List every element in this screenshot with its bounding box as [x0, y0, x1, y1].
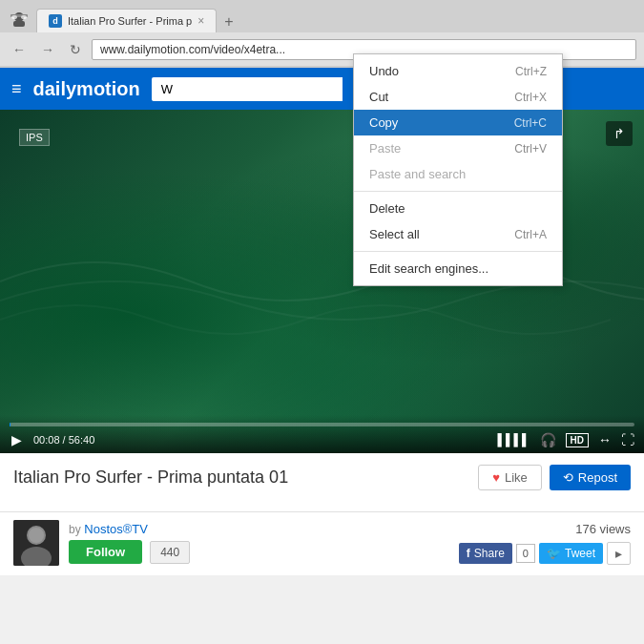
menu-item-undo[interactable]: UndoCtrl+Z	[354, 58, 562, 84]
action-buttons: ♥ Like ⟲ Repost	[478, 465, 631, 490]
menu-item-paste-search: Paste and search	[354, 161, 562, 187]
browser-tab-active[interactable]: d Italian Pro Surfer - Prima p ×	[36, 9, 217, 32]
browser-icon	[6, 6, 32, 32]
search-form	[152, 77, 381, 101]
views-count: 176 views	[575, 522, 631, 536]
channel-by-label: by Nostos®TV	[69, 522, 449, 536]
menu-shortcut-copy: Ctrl+C	[514, 116, 547, 130]
menu-item-label-paste: Paste	[369, 141, 401, 156]
context-menu: UndoCtrl+ZCutCtrl+XCopyCtrl+CPasteCtrl+V…	[353, 53, 563, 286]
tab-title: Italian Pro Surfer - Prima p	[68, 15, 192, 27]
channel-details: by Nostos®TV Follow 440	[69, 522, 449, 564]
resize-button[interactable]: ↔	[596, 432, 613, 447]
menu-item-label-select-all: Select all	[369, 227, 420, 241]
follow-button[interactable]: Follow	[69, 540, 142, 564]
channel-right: 176 views f Share 0 🐦 Tweet ▸	[459, 522, 631, 565]
menu-item-paste: PasteCtrl+V	[354, 135, 562, 161]
progress-fill	[10, 423, 10, 426]
site-logo: dailymotion	[33, 78, 140, 100]
menu-item-label-cut: Cut	[369, 90, 388, 104]
facebook-share-button[interactable]: f Share	[459, 543, 512, 564]
menu-shortcut-paste: Ctrl+V	[514, 142, 547, 156]
video-title-row: Italian Pro Surfer - Prima puntata 01 ♥ …	[13, 465, 631, 490]
menu-separator-5	[354, 191, 562, 192]
channel-avatar	[13, 520, 59, 566]
facebook-icon: f	[467, 547, 470, 560]
hd-badge: HD	[566, 433, 589, 447]
video-info-section: Italian Pro Surfer - Prima puntata 01 ♥ …	[0, 453, 644, 512]
follower-count: 440	[150, 541, 190, 564]
video-share-button[interactable]: ↱	[606, 121, 633, 146]
video-controls: ▶ 00:08 / 56:40 ▌▌▌▌ 🎧 HD ↔ ⛶	[0, 415, 644, 453]
menu-separator-engines	[354, 251, 562, 252]
back-button[interactable]: ←	[8, 40, 31, 59]
menu-shortcut-undo: Ctrl+Z	[515, 65, 547, 78]
new-tab-button[interactable]: +	[217, 11, 240, 32]
menu-item-cut[interactable]: CutCtrl+X	[354, 84, 562, 110]
menu-item-label-edit-engines: Edit search engines...	[369, 261, 488, 276]
time-current: 00:08	[33, 434, 60, 446]
menu-shortcut-select-all: Ctrl+A	[514, 228, 547, 241]
menu-item-edit-engines[interactable]: Edit search engines...	[354, 256, 562, 281]
headphones-button[interactable]: 🎧	[538, 432, 558, 447]
video-title: Italian Pro Surfer - Prima puntata 01	[13, 467, 288, 488]
menu-item-copy[interactable]: CopyCtrl+C	[354, 110, 562, 135]
svg-point-8	[29, 528, 44, 543]
twitter-icon: 🐦	[547, 547, 561, 560]
fullscreen-button[interactable]: ⛶	[621, 432, 634, 447]
hamburger-menu[interactable]: ≡	[11, 79, 22, 99]
ips-watermark: IPS	[19, 129, 50, 146]
social-buttons: f Share 0 🐦 Tweet ▸	[459, 542, 631, 565]
signal-icon: ▌▌▌▌	[498, 433, 530, 447]
svg-rect-1	[13, 21, 25, 27]
channel-name-link[interactable]: Nostos®TV	[84, 522, 148, 536]
tab-favicon: d	[49, 14, 62, 28]
repost-icon: ⟲	[563, 470, 573, 485]
menu-item-delete[interactable]: Delete	[354, 196, 562, 221]
menu-item-select-all[interactable]: Select allCtrl+A	[354, 221, 562, 247]
controls-right: ▌▌▌▌ 🎧 HD ↔ ⛶	[498, 432, 634, 447]
more-button[interactable]: ▸	[607, 542, 631, 565]
menu-item-label-copy: Copy	[369, 115, 398, 130]
tweet-button[interactable]: 🐦 Tweet	[539, 543, 603, 564]
menu-shortcut-cut: Ctrl+X	[514, 91, 547, 104]
time-display: 00:08 / 56:40	[33, 434, 94, 446]
facebook-count: 0	[516, 544, 535, 563]
menu-item-label-delete: Delete	[369, 201, 405, 216]
progress-bar[interactable]	[10, 423, 634, 426]
menu-item-label-paste-search: Paste and search	[369, 167, 466, 181]
tab-bar: d Italian Pro Surfer - Prima p × +	[0, 0, 644, 32]
controls-row: ▶ 00:08 / 56:40 ▌▌▌▌ 🎧 HD ↔ ⛶	[10, 432, 634, 447]
time-total: 56:40	[69, 434, 95, 446]
channel-actions: Follow 440	[69, 540, 449, 564]
like-button[interactable]: ♥ Like	[478, 465, 542, 490]
reload-button[interactable]: ↻	[65, 40, 86, 59]
svg-point-3	[11, 15, 17, 19]
tab-close-button[interactable]: ×	[197, 14, 204, 28]
avatar-image	[13, 520, 59, 566]
menu-item-label-undo: Undo	[369, 64, 399, 78]
channel-row: by Nostos®TV Follow 440 176 views f Shar…	[0, 512, 644, 575]
repost-button[interactable]: ⟲ Repost	[550, 465, 631, 490]
svg-point-4	[21, 15, 27, 19]
heart-icon: ♥	[492, 470, 500, 485]
search-input[interactable]	[152, 77, 343, 101]
forward-button[interactable]: →	[36, 40, 59, 59]
play-button[interactable]: ▶	[10, 432, 24, 447]
